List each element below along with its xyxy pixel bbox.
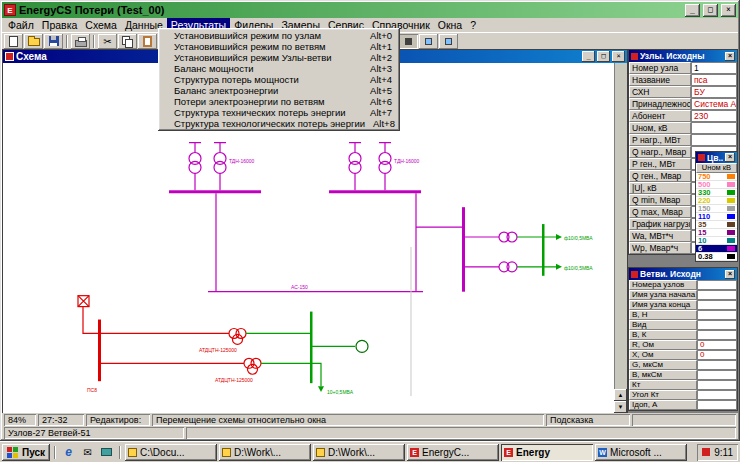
quicklaunch-desktop-icon[interactable]: [98, 444, 115, 460]
scheme-label: ТДН-16000: [229, 158, 255, 164]
voltage-color-swatch: [727, 206, 735, 211]
property-value[interactable]: [697, 370, 737, 380]
branches-panel-title-bar[interactable]: Ветви. Исходн ×: [629, 268, 737, 280]
node-tool-button[interactable]: [439, 34, 458, 49]
open-button[interactable]: [24, 34, 43, 49]
property-value[interactable]: Система А: [691, 98, 737, 110]
scheme-label: АС-150: [291, 284, 308, 290]
branches-panel-close-icon[interactable]: ×: [725, 270, 735, 279]
start-button[interactable]: Пуск: [2, 444, 50, 461]
property-value[interactable]: 1: [691, 62, 737, 74]
title-bar[interactable]: E EnergyCS Потери (Test_00) _ □ ×: [2, 2, 738, 18]
status-spacer: [632, 414, 736, 426]
mode-button[interactable]: [399, 34, 418, 49]
tray-icon[interactable]: [702, 448, 710, 456]
close-button[interactable]: ×: [721, 4, 736, 17]
scroll-up-icon[interactable]: ▲: [614, 389, 627, 401]
hv-network: [169, 143, 517, 292]
property-value[interactable]: 230: [691, 110, 737, 122]
vertical-scrollbar[interactable]: ▲ ▼: [614, 63, 627, 413]
table-row: Номера узлов: [629, 280, 737, 290]
property-value[interactable]: [691, 134, 737, 146]
property-value[interactable]: [697, 280, 737, 290]
menu-file[interactable]: Файл: [4, 18, 38, 32]
cut-button[interactable]: ✂: [98, 34, 117, 49]
copy-button[interactable]: [118, 34, 137, 49]
taskbar-window-button[interactable]: WMicrosoft ...: [595, 444, 687, 461]
property-value[interactable]: [697, 310, 737, 320]
property-value[interactable]: 0: [697, 350, 737, 360]
select-button[interactable]: [419, 34, 438, 49]
menu-item-energy-losses-branches[interactable]: Потери электроэнергии по ветвямAlt+6: [160, 96, 398, 107]
start-flag-icon: [7, 447, 19, 458]
scheme-close-button[interactable]: ×: [612, 51, 625, 62]
print-icon: [75, 40, 87, 47]
property-value[interactable]: [691, 122, 737, 134]
menu-help[interactable]: ?: [466, 18, 480, 32]
mode-icon: [405, 38, 412, 45]
voltage-color-swatch: [727, 214, 735, 219]
property-value[interactable]: БУ: [691, 86, 737, 98]
taskbar-window-button[interactable]: C:\Docu...: [125, 444, 217, 461]
table-row: СХНБУ: [629, 86, 737, 98]
menu-item-technical-losses[interactable]: Структура технических потерь энергииAlt+…: [160, 107, 398, 118]
taskbar-window-button-active[interactable]: EEnergy: [501, 444, 593, 461]
menu-windows[interactable]: Окна: [434, 18, 466, 32]
quicklaunch-ie-icon[interactable]: e: [60, 444, 77, 460]
voltage-color-swatch: [727, 182, 735, 187]
new-button[interactable]: [4, 34, 23, 49]
menu-item-energy-balance[interactable]: Баланс электроэнергииAlt+5: [160, 85, 398, 96]
table-row: R, Ом0: [629, 340, 737, 350]
table-row: Абонент230: [629, 110, 737, 122]
scheme-label: ТДН-16000: [394, 158, 420, 164]
property-value[interactable]: [697, 300, 737, 310]
menu-item-steady-state-nodes[interactable]: Установившийся режим по узламAlt+0: [160, 30, 398, 41]
quicklaunch-mail-icon[interactable]: ✉: [79, 444, 96, 460]
lv-network: [246, 224, 562, 392]
taskbar-separator: [119, 446, 121, 459]
property-value[interactable]: 0: [697, 340, 737, 350]
folder-icon: [128, 448, 137, 457]
property-value[interactable]: [697, 290, 737, 300]
scheme-label: ф10/0,5МВА: [564, 235, 593, 241]
property-value[interactable]: [697, 360, 737, 370]
status-message: Перемещение схемы относительно окна: [152, 414, 544, 426]
taskbar-window-button[interactable]: D:\Work\...: [313, 444, 405, 461]
minimize-button[interactable]: _: [685, 4, 700, 17]
menu-item-power-balance[interactable]: Баланс мощностиAlt+3: [160, 63, 398, 74]
property-value[interactable]: [697, 320, 737, 330]
select-icon: [425, 38, 432, 45]
scheme-maximize-button[interactable]: □: [597, 51, 610, 62]
maximize-button[interactable]: □: [703, 4, 718, 17]
taskbar-window-button[interactable]: D:\Work\...: [219, 444, 311, 461]
nodes-panel-title-bar[interactable]: Узлы. Исходны ×: [629, 50, 737, 62]
property-value[interactable]: [697, 400, 737, 410]
menu-item-technological-losses[interactable]: Структура технологических потерь энергии…: [160, 118, 398, 129]
voltage-panel-close-icon[interactable]: ×: [725, 153, 735, 162]
voltage-panel-title-bar[interactable]: Цв... ×: [696, 152, 737, 163]
property-value[interactable]: [697, 380, 737, 390]
zoom-indicator: 84%: [4, 414, 36, 426]
scheme-minimize-button[interactable]: _: [582, 51, 595, 62]
save-button[interactable]: [44, 34, 63, 49]
voltage-color-swatch: [727, 222, 735, 227]
menu-scheme[interactable]: Схема: [81, 18, 121, 32]
property-value[interactable]: [697, 390, 737, 400]
menu-item-steady-state-nodes-branches[interactable]: Установившийся режим Узлы-ветвиAlt+2: [160, 52, 398, 63]
property-value[interactable]: пса: [691, 74, 737, 86]
print-button[interactable]: [71, 34, 90, 49]
scroll-down-icon[interactable]: ▼: [614, 401, 627, 413]
taskbar-window-label: Energy: [516, 447, 550, 458]
menu-item-loss-structure[interactable]: Структура потерь мощностиAlt+4: [160, 74, 398, 85]
property-label: Q нагр., Мвар: [629, 146, 691, 158]
paste-button[interactable]: [138, 34, 157, 49]
taskbar-window-button[interactable]: EEnergyC...: [407, 444, 499, 461]
menu-edit[interactable]: Правка: [38, 18, 81, 32]
nodes-panel-close-icon[interactable]: ×: [725, 52, 735, 61]
mode-indicator: Редактиров:: [86, 414, 150, 426]
voltage-panel-title: Цв...: [707, 153, 723, 163]
menu-item-steady-state-branches[interactable]: Установившийся режим по ветвямAlt+1: [160, 41, 398, 52]
voltage-legend-panel: Цв... × Uном кВ 750 500 330 220 150 110 …: [695, 151, 738, 262]
voltage-row[interactable]: 0.38: [696, 253, 737, 261]
property-value[interactable]: [697, 330, 737, 340]
